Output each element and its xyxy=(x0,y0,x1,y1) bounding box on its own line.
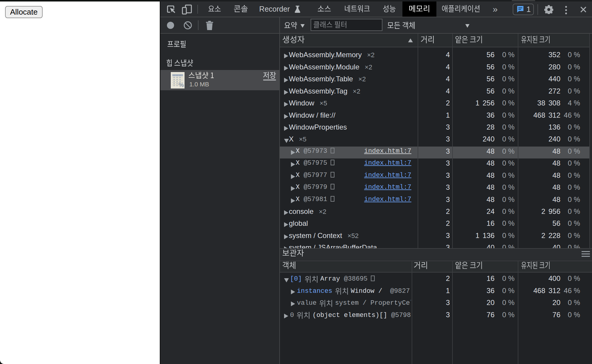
svg-text:%: % xyxy=(179,82,184,88)
